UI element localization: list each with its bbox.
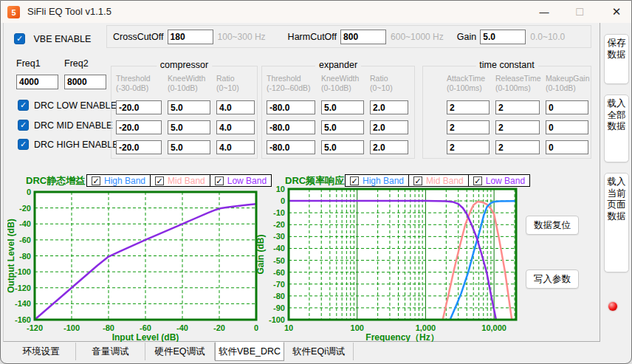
compressor-kneewidth-header: KneeWidth(0-10dB) (168, 74, 210, 95)
window-title: SiFli EQ Tool v1.1.5 (27, 6, 111, 17)
static_gain-xtick: -120 (27, 323, 43, 332)
freq_response-xtick: 100 (351, 323, 364, 332)
compressor-grid: Threshold(-30-0dB)KneeWidth(0-10dB)Ratio… (111, 66, 257, 154)
drc-mid-enable-checkbox[interactable] (18, 120, 29, 131)
tab-环境设置[interactable]: 环境设置 (7, 343, 76, 360)
write-params-button[interactable]: 写入参数 (526, 269, 579, 289)
tab-page-vbe-drc: VBE ENABLE CrossCutOff 100~300 Hz HarmCu… (3, 23, 600, 342)
drc-high-enable-checkbox[interactable] (18, 139, 29, 150)
harmcutoff-hint: 600~1000 Hz (391, 32, 444, 42)
drc-low-enable-checkbox[interactable] (18, 100, 29, 111)
freq2-input[interactable] (64, 75, 106, 89)
compressor-threshold-row3-input[interactable] (116, 140, 162, 154)
close-button[interactable]: ✕ (600, 1, 632, 23)
time_constant-attacktime-row3-input[interactable] (447, 140, 490, 154)
freq_response-ytick: -70 (273, 280, 285, 289)
freq_response-xtick: 10 (284, 323, 293, 332)
minimize-button[interactable]: — (528, 1, 560, 23)
expander-ratio-row3-input[interactable] (370, 140, 408, 154)
app-window: 5 SiFli EQ Tool v1.1.5 — ☐ ✕ VBE ENABLE … (0, 0, 632, 364)
expander-kneewidth-header: KneeWidth(0-10dB) (321, 74, 364, 95)
freq-response-chart: 100-10-20-30-40-50-60-70-80-90-100101001… (257, 175, 518, 342)
freq_response-xtick: 10,000 (481, 323, 506, 332)
time_constant-makeupgain-row3-input[interactable] (546, 140, 588, 154)
tab-软件VBE_DRC[interactable]: 软件VBE_DRC (215, 342, 284, 361)
vbe-enable-label: VBE ENABLE (33, 34, 91, 44)
status-led (608, 302, 617, 311)
drc-low-enable-row: DRC LOW ENABLE (18, 100, 117, 111)
expander-kneewidth-row2-input[interactable] (321, 120, 364, 134)
time-constant-group-title: time constant (475, 60, 537, 70)
save-data-button[interactable]: 保存数据 (604, 34, 629, 84)
time_constant-releasetime-header: ReleaseTime(0-100ms) (495, 74, 540, 95)
freq_response-ytick: -80 (273, 292, 285, 301)
time_constant-attacktime-row1-input[interactable] (447, 100, 490, 114)
vbe-enable-checkbox[interactable] (14, 33, 25, 44)
compressor-threshold-row1-input[interactable] (116, 100, 162, 114)
freq_response-xlabel: Frequency（Hz） (365, 332, 439, 342)
vbe-enable-row: VBE ENABLE (14, 32, 91, 45)
time_constant-makeupgain-row2-input[interactable] (546, 120, 588, 134)
drc-low-enable-label: DRC LOW ENABLE (34, 100, 117, 111)
time_constant-releasetime-row3-input[interactable] (495, 140, 540, 154)
expander-threshold-header: Threshold(-120--60dB) (267, 74, 315, 95)
compressor-ratio-row2-input[interactable] (216, 120, 255, 134)
static_gain-ytick: 0 (27, 188, 31, 196)
expander-threshold-row3-input[interactable] (267, 140, 315, 154)
expander-kneewidth-row1-input[interactable] (321, 100, 364, 114)
freq_response-ytick: -90 (273, 303, 285, 312)
maximize-button: ☐ (563, 1, 596, 23)
compressor-kneewidth-row2-input[interactable] (168, 120, 210, 134)
time_constant-makeupgain-row1-input[interactable] (546, 100, 588, 114)
time_constant-releasetime-row2-input[interactable] (495, 120, 540, 134)
drc-mid-enable-row: DRC MID ENABLE (18, 120, 112, 131)
drc-high-enable-label: DRC HIGH ENABLE (34, 140, 119, 150)
freq_response-ytick: -100 (269, 315, 285, 324)
expander-ratio-header: Ratio(0~10) (370, 74, 408, 95)
compressor-ratio-row1-input[interactable] (216, 100, 255, 114)
compressor-kneewidth-row3-input[interactable] (168, 140, 210, 154)
data-reset-button[interactable]: 数据复位 (526, 216, 579, 235)
freq_response-ylabel: Gain (dB) (257, 235, 266, 275)
expander-threshold-row1-input[interactable] (267, 100, 315, 114)
expander-group: expander Threshold(-120--60dB)KneeWidth(… (261, 66, 415, 159)
harmcutoff-input[interactable] (340, 30, 386, 44)
expander-kneewidth-row3-input[interactable] (321, 140, 364, 154)
time_constant-makeupgain-header: MakeupGain(0-10dB) (546, 74, 588, 95)
compressor-threshold-row2-input[interactable] (116, 120, 162, 134)
load-all-data-button[interactable]: 载入全部数据 (604, 95, 629, 162)
expander-threshold-row2-input[interactable] (267, 120, 315, 134)
expander-ratio-row2-input[interactable] (370, 120, 408, 134)
expander-ratio-row1-input[interactable] (370, 100, 408, 114)
load-current-page-data-button[interactable]: 载入当前页面数据 (604, 173, 629, 272)
time_constant-attacktime-row2-input[interactable] (447, 120, 490, 134)
tab-软件EQi调试[interactable]: 软件EQi调试 (284, 343, 354, 360)
harmcutoff-label: HarmCutOff (288, 32, 337, 42)
freq_response-ytick: -50 (273, 256, 285, 265)
compressor-kneewidth-row1-input[interactable] (168, 100, 210, 114)
titlebar: 5 SiFli EQ Tool v1.1.5 — ☐ ✕ (1, 1, 631, 23)
static_gain-ytick: -40 (19, 219, 31, 228)
tab-音量调试[interactable]: 音量调试 (76, 343, 145, 360)
freq1-input[interactable] (16, 75, 58, 89)
static-gain-chart: 0-20-40-60-80-100-120-140-160-120-100-80… (7, 175, 258, 342)
static_gain-xtick: -80 (103, 323, 114, 332)
app-logo-icon: 5 (7, 6, 20, 18)
compressor-ratio-row3-input[interactable] (216, 140, 255, 154)
static_gain-ytick: -80 (19, 252, 31, 261)
time-constant-group: time constant AttackTime(0-100ms)Release… (422, 66, 591, 159)
freq_response-ytick: 10 (276, 185, 285, 193)
tab-硬件EQ调试[interactable]: 硬件EQ调试 (145, 343, 215, 360)
freq_response-ytick: -20 (273, 220, 285, 229)
gain-label: Gain (457, 32, 476, 42)
compressor-threshold-header: Threshold(-30-0dB) (116, 74, 162, 95)
static_gain-xtick: -20 (213, 323, 225, 332)
time_constant-releasetime-row1-input[interactable] (495, 100, 540, 114)
gain-input[interactable] (480, 30, 526, 44)
crosscutoff-input[interactable] (168, 30, 213, 44)
crosscutoff-label: CrossCutOff (113, 32, 164, 42)
freq_response-ytick: -10 (273, 208, 285, 217)
crosscutoff-hint: 100~300 Hz (218, 32, 266, 42)
freq_response-ytick: 0 (281, 196, 285, 205)
freq_response-ytick: -60 (273, 268, 285, 277)
